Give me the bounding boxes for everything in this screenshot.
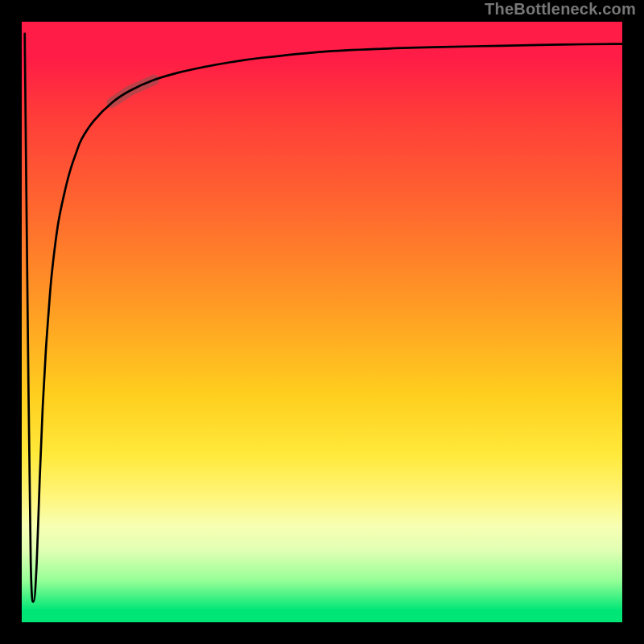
bottleneck-curve [25,34,622,602]
plot-area [22,22,622,622]
watermark-text: TheBottleneck.com [485,0,636,19]
curve-layer [22,22,622,622]
chart-container: TheBottleneck.com [0,0,644,644]
